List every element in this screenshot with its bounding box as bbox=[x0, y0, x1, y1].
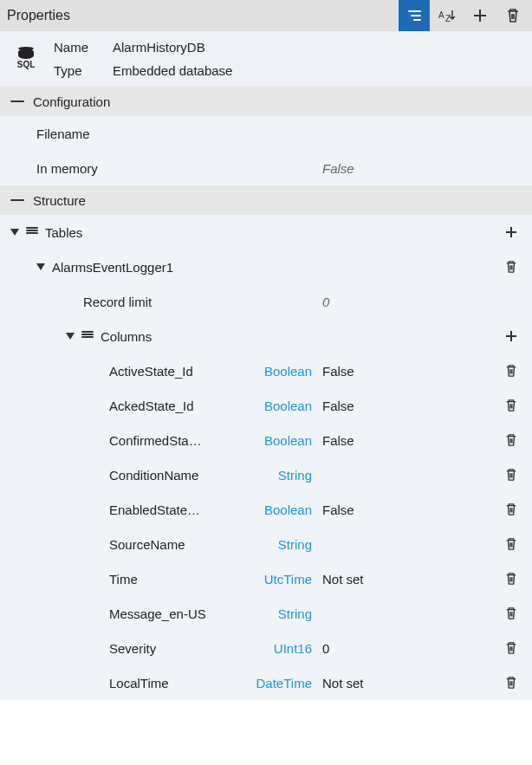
column-value[interactable]: 0 bbox=[322, 641, 497, 656]
record-limit-value[interactable]: 0 bbox=[322, 295, 497, 309]
delete-column-button[interactable] bbox=[497, 676, 525, 690]
table-name: AlarmsEventLogger1 bbox=[52, 260, 173, 275]
column-row[interactable]: Message_en-US String bbox=[0, 596, 532, 631]
sort-az-button[interactable]: A Z bbox=[431, 0, 463, 31]
collapse-icon bbox=[10, 100, 24, 102]
column-value[interactable]: Not set bbox=[322, 676, 497, 690]
toolbar: A Z bbox=[399, 0, 532, 31]
delete-column-button[interactable] bbox=[497, 364, 525, 378]
column-type[interactable]: Boolean bbox=[236, 502, 322, 517]
column-value[interactable]: Not set bbox=[322, 572, 497, 587]
column-name: SourceName bbox=[109, 537, 185, 552]
column-value[interactable]: False bbox=[322, 364, 497, 379]
column-value[interactable]: False bbox=[322, 502, 497, 517]
expand-icon[interactable] bbox=[66, 333, 75, 340]
column-row[interactable]: AckedState_Id Boolean False bbox=[0, 388, 532, 423]
inmemory-label: In memory bbox=[36, 161, 98, 176]
column-value[interactable]: False bbox=[322, 433, 497, 448]
name-value[interactable]: AlarmHistoryDB bbox=[113, 40, 205, 55]
column-type[interactable]: UtcTime bbox=[236, 572, 322, 587]
column-row[interactable]: SourceName String bbox=[0, 527, 532, 561]
column-row[interactable]: ActiveState_Id Boolean False bbox=[0, 353, 532, 388]
column-type[interactable]: String bbox=[236, 606, 322, 621]
delete-column-button[interactable] bbox=[497, 572, 525, 586]
group-mode-button[interactable] bbox=[399, 0, 430, 31]
column-value[interactable]: False bbox=[322, 399, 497, 413]
column-row[interactable]: EnabledState… Boolean False bbox=[0, 492, 532, 527]
tables-label: Tables bbox=[45, 225, 82, 240]
name-label: Name bbox=[54, 40, 99, 55]
panel-title: Properties bbox=[7, 8, 399, 23]
column-type[interactable]: Boolean bbox=[236, 433, 322, 448]
column-row[interactable]: Severity UInt16 0 bbox=[0, 631, 532, 665]
delete-column-button[interactable] bbox=[497, 399, 525, 412]
delete-button[interactable] bbox=[497, 0, 529, 31]
delete-table-button[interactable] bbox=[497, 260, 525, 274]
columns-icon bbox=[81, 331, 94, 341]
column-name: ConfirmedSta… bbox=[109, 433, 202, 448]
column-type[interactable]: Boolean bbox=[236, 399, 322, 413]
columns-row[interactable]: Columns bbox=[0, 319, 532, 353]
column-type[interactable]: UInt16 bbox=[236, 641, 322, 656]
column-row[interactable]: ConfirmedSta… Boolean False bbox=[0, 423, 532, 457]
section-label: Configuration bbox=[33, 94, 110, 109]
column-name: ConditionName bbox=[109, 468, 198, 483]
delete-column-button[interactable] bbox=[497, 433, 525, 447]
inmemory-value[interactable]: False bbox=[322, 161, 497, 176]
add-table-button[interactable] bbox=[497, 225, 525, 239]
column-name: LocalTime bbox=[109, 676, 169, 690]
add-button[interactable] bbox=[464, 0, 496, 31]
section-structure[interactable]: Structure bbox=[0, 185, 532, 215]
delete-column-button[interactable] bbox=[497, 468, 525, 482]
filename-row[interactable]: Filename bbox=[0, 116, 532, 151]
column-name: EnabledState… bbox=[109, 502, 200, 517]
delete-column-button[interactable] bbox=[497, 606, 525, 620]
section-label: Structure bbox=[33, 193, 86, 208]
column-row[interactable]: Time UtcTime Not set bbox=[0, 561, 532, 596]
svg-text:A: A bbox=[438, 10, 444, 20]
object-summary: SQL Name AlarmHistoryDB Type Embedded da… bbox=[0, 31, 532, 87]
expand-icon[interactable] bbox=[10, 229, 19, 236]
inmemory-row[interactable]: In memory False bbox=[0, 151, 532, 185]
section-configuration[interactable]: Configuration bbox=[0, 87, 532, 116]
column-type[interactable]: Boolean bbox=[236, 364, 322, 379]
type-label: Type bbox=[54, 63, 99, 78]
delete-column-button[interactable] bbox=[497, 641, 525, 655]
column-name: AckedState_Id bbox=[109, 399, 194, 413]
collapse-icon bbox=[10, 199, 24, 201]
column-name: Time bbox=[109, 572, 138, 587]
table-row[interactable]: AlarmsEventLogger1 bbox=[0, 250, 532, 284]
column-name: Message_en-US bbox=[109, 606, 206, 621]
tables-icon bbox=[26, 227, 38, 237]
expand-icon[interactable] bbox=[36, 263, 45, 270]
type-value: Embedded database bbox=[113, 63, 232, 78]
columns-label: Columns bbox=[101, 329, 152, 344]
column-type[interactable]: String bbox=[236, 537, 322, 552]
filename-label: Filename bbox=[36, 126, 90, 141]
record-limit-label: Record limit bbox=[83, 295, 152, 309]
record-limit-row[interactable]: Record limit 0 bbox=[0, 284, 532, 319]
database-sql-icon: SQL bbox=[10, 49, 42, 69]
delete-column-button[interactable] bbox=[497, 537, 525, 551]
column-row[interactable]: LocalTime DateTime Not set bbox=[0, 665, 532, 700]
column-row[interactable]: ConditionName String bbox=[0, 457, 532, 492]
column-type[interactable]: String bbox=[236, 468, 322, 483]
add-column-button[interactable] bbox=[497, 329, 525, 343]
svg-text:Z: Z bbox=[445, 14, 451, 23]
properties-header: Properties A Z bbox=[0, 0, 532, 31]
column-name: ActiveState_Id bbox=[109, 364, 193, 379]
column-type[interactable]: DateTime bbox=[236, 676, 322, 690]
tables-row[interactable]: Tables bbox=[0, 215, 532, 250]
delete-column-button[interactable] bbox=[497, 502, 525, 516]
column-name: Severity bbox=[109, 641, 156, 656]
